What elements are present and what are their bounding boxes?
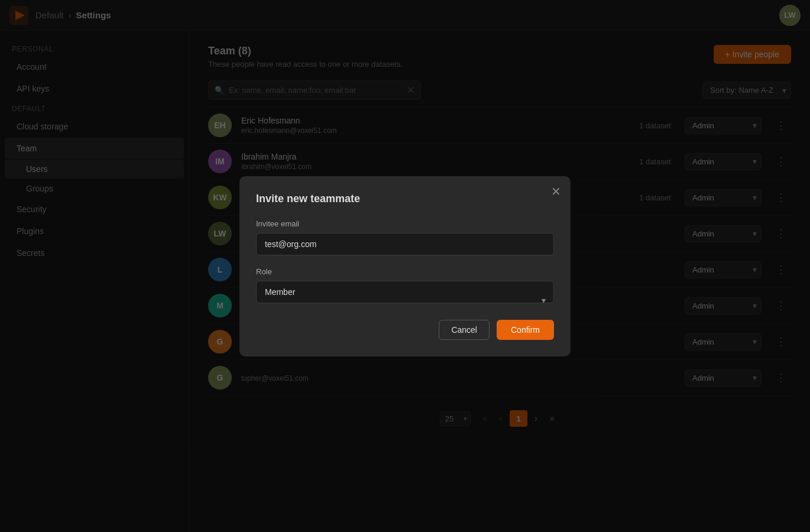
modal-close-button[interactable]: ✕ bbox=[551, 186, 561, 197]
invitee-email-input[interactable] bbox=[256, 233, 554, 255]
confirm-button[interactable]: Confirm bbox=[497, 320, 554, 340]
role-select[interactable]: Member Admin bbox=[256, 281, 554, 303]
modal-overlay[interactable]: Invite new teammate ✕ Invitee email Role… bbox=[0, 0, 810, 532]
cancel-button[interactable]: Cancel bbox=[439, 320, 490, 340]
role-label: Role bbox=[256, 267, 554, 276]
invite-modal: Invite new teammate ✕ Invitee email Role… bbox=[239, 176, 571, 356]
role-select-wrapper: Member Admin bbox=[256, 281, 554, 320]
invitee-email-label: Invitee email bbox=[256, 219, 554, 228]
modal-title: Invite new teammate bbox=[256, 193, 554, 205]
modal-actions: Cancel Confirm bbox=[256, 320, 554, 340]
